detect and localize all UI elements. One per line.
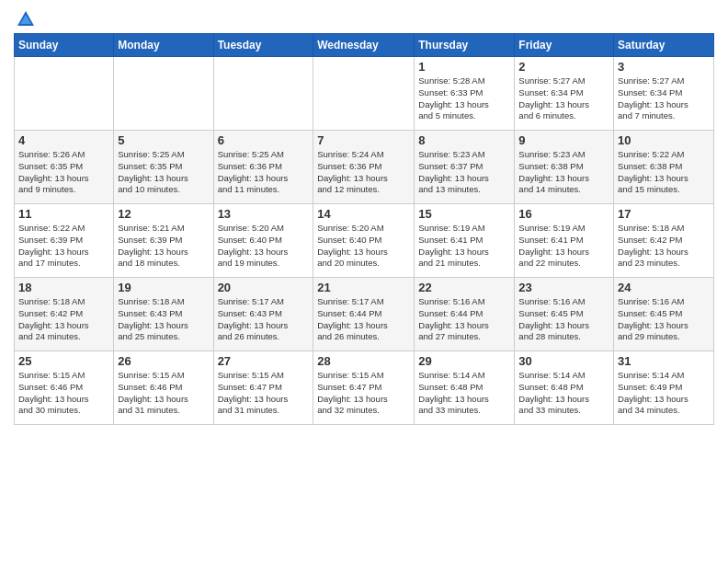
day-cell: 9Sunrise: 5:23 AM Sunset: 6:38 PM Daylig… — [515, 131, 614, 204]
day-number: 20 — [218, 281, 310, 294]
day-info: Sunrise: 5:22 AM Sunset: 6:39 PM Dayligh… — [18, 223, 109, 270]
day-info: Sunrise: 5:26 AM Sunset: 6:35 PM Dayligh… — [18, 149, 109, 196]
day-number: 14 — [317, 207, 410, 221]
day-cell: 16Sunrise: 5:19 AM Sunset: 6:41 PM Dayli… — [515, 204, 614, 278]
weekday-header-saturday: Saturday — [614, 34, 714, 57]
day-number: 28 — [317, 354, 410, 368]
day-cell: 19Sunrise: 5:18 AM Sunset: 6:43 PM Dayli… — [114, 278, 213, 351]
day-number: 21 — [317, 281, 410, 294]
day-info: Sunrise: 5:18 AM Sunset: 6:42 PM Dayligh… — [18, 296, 109, 343]
day-info: Sunrise: 5:22 AM Sunset: 6:38 PM Dayligh… — [618, 149, 710, 196]
day-cell: 10Sunrise: 5:22 AM Sunset: 6:38 PM Dayli… — [614, 131, 714, 204]
day-number: 29 — [418, 354, 510, 368]
day-cell: 27Sunrise: 5:15 AM Sunset: 6:47 PM Dayli… — [213, 351, 313, 425]
day-number: 11 — [18, 207, 109, 221]
weekday-header-friday: Friday — [515, 34, 614, 57]
day-number: 13 — [218, 207, 310, 221]
header — [14, 9, 714, 26]
day-info: Sunrise: 5:25 AM Sunset: 6:36 PM Dayligh… — [218, 149, 310, 196]
week-row-2: 4Sunrise: 5:26 AM Sunset: 6:35 PM Daylig… — [15, 131, 714, 204]
day-info: Sunrise: 5:14 AM Sunset: 6:48 PM Dayligh… — [518, 370, 609, 417]
day-cell: 25Sunrise: 5:15 AM Sunset: 6:46 PM Dayli… — [15, 351, 114, 425]
weekday-header-thursday: Thursday — [415, 34, 515, 57]
day-cell: 26Sunrise: 5:15 AM Sunset: 6:46 PM Dayli… — [114, 351, 213, 425]
day-number: 24 — [618, 281, 710, 294]
day-cell: 30Sunrise: 5:14 AM Sunset: 6:48 PM Dayli… — [515, 351, 614, 425]
day-info: Sunrise: 5:25 AM Sunset: 6:35 PM Dayligh… — [118, 149, 209, 196]
day-info: Sunrise: 5:19 AM Sunset: 6:41 PM Dayligh… — [518, 223, 609, 270]
day-info: Sunrise: 5:20 AM Sunset: 6:40 PM Dayligh… — [218, 223, 310, 270]
logo-icon — [16, 9, 36, 29]
day-number: 19 — [118, 281, 209, 294]
day-cell: 20Sunrise: 5:17 AM Sunset: 6:43 PM Dayli… — [213, 278, 313, 351]
week-row-4: 18Sunrise: 5:18 AM Sunset: 6:42 PM Dayli… — [15, 278, 714, 351]
day-cell: 18Sunrise: 5:18 AM Sunset: 6:42 PM Dayli… — [15, 278, 114, 351]
day-info: Sunrise: 5:19 AM Sunset: 6:41 PM Dayligh… — [418, 223, 510, 270]
day-number: 6 — [218, 133, 310, 147]
day-number: 1 — [418, 60, 510, 74]
day-cell: 12Sunrise: 5:21 AM Sunset: 6:39 PM Dayli… — [114, 204, 213, 278]
day-cell: 2Sunrise: 5:27 AM Sunset: 6:34 PM Daylig… — [515, 57, 614, 131]
day-cell: 31Sunrise: 5:14 AM Sunset: 6:49 PM Dayli… — [614, 351, 714, 425]
calendar-table: SundayMondayTuesdayWednesdayThursdayFrid… — [14, 33, 714, 425]
day-number: 12 — [118, 207, 209, 221]
day-cell: 15Sunrise: 5:19 AM Sunset: 6:41 PM Dayli… — [415, 204, 515, 278]
day-info: Sunrise: 5:23 AM Sunset: 6:37 PM Dayligh… — [418, 149, 510, 196]
weekday-header-tuesday: Tuesday — [213, 34, 313, 57]
day-number: 5 — [118, 133, 209, 147]
day-cell — [15, 57, 114, 131]
day-number: 16 — [518, 207, 609, 221]
day-cell: 13Sunrise: 5:20 AM Sunset: 6:40 PM Dayli… — [213, 204, 313, 278]
day-cell: 11Sunrise: 5:22 AM Sunset: 6:39 PM Dayli… — [15, 204, 114, 278]
day-number: 18 — [18, 281, 109, 294]
day-number: 3 — [618, 60, 710, 74]
day-cell: 23Sunrise: 5:16 AM Sunset: 6:45 PM Dayli… — [515, 278, 614, 351]
day-number: 26 — [118, 354, 209, 368]
week-row-1: 1Sunrise: 5:28 AM Sunset: 6:33 PM Daylig… — [15, 57, 714, 131]
day-cell: 7Sunrise: 5:24 AM Sunset: 6:36 PM Daylig… — [313, 131, 415, 204]
day-info: Sunrise: 5:14 AM Sunset: 6:48 PM Dayligh… — [418, 370, 510, 417]
weekday-header-row: SundayMondayTuesdayWednesdayThursdayFrid… — [15, 34, 714, 57]
day-info: Sunrise: 5:27 AM Sunset: 6:34 PM Dayligh… — [518, 75, 609, 122]
day-cell: 8Sunrise: 5:23 AM Sunset: 6:37 PM Daylig… — [415, 131, 515, 204]
day-cell: 22Sunrise: 5:16 AM Sunset: 6:44 PM Dayli… — [415, 278, 515, 351]
day-number: 7 — [317, 133, 410, 147]
day-info: Sunrise: 5:15 AM Sunset: 6:46 PM Dayligh… — [118, 370, 209, 417]
day-number: 27 — [218, 354, 310, 368]
day-number: 25 — [18, 354, 109, 368]
day-number: 30 — [518, 354, 609, 368]
weekday-header-sunday: Sunday — [15, 34, 114, 57]
week-row-5: 25Sunrise: 5:15 AM Sunset: 6:46 PM Dayli… — [15, 351, 714, 425]
day-number: 31 — [618, 354, 710, 368]
day-cell: 21Sunrise: 5:17 AM Sunset: 6:44 PM Dayli… — [313, 278, 415, 351]
day-number: 23 — [518, 281, 609, 294]
day-cell — [114, 57, 213, 131]
day-info: Sunrise: 5:24 AM Sunset: 6:36 PM Dayligh… — [317, 149, 410, 196]
day-info: Sunrise: 5:21 AM Sunset: 6:39 PM Dayligh… — [118, 223, 209, 270]
day-info: Sunrise: 5:27 AM Sunset: 6:34 PM Dayligh… — [618, 75, 710, 122]
day-info: Sunrise: 5:15 AM Sunset: 6:46 PM Dayligh… — [18, 370, 109, 417]
day-number: 8 — [418, 133, 510, 147]
day-info: Sunrise: 5:17 AM Sunset: 6:44 PM Dayligh… — [317, 296, 410, 343]
day-number: 4 — [18, 133, 109, 147]
weekday-header-monday: Monday — [114, 34, 213, 57]
day-info: Sunrise: 5:16 AM Sunset: 6:45 PM Dayligh… — [518, 296, 609, 343]
day-cell: 3Sunrise: 5:27 AM Sunset: 6:34 PM Daylig… — [614, 57, 714, 131]
day-cell: 6Sunrise: 5:25 AM Sunset: 6:36 PM Daylig… — [213, 131, 313, 204]
day-cell: 5Sunrise: 5:25 AM Sunset: 6:35 PM Daylig… — [114, 131, 213, 204]
weekday-header-wednesday: Wednesday — [313, 34, 415, 57]
day-info: Sunrise: 5:16 AM Sunset: 6:45 PM Dayligh… — [618, 296, 710, 343]
week-row-3: 11Sunrise: 5:22 AM Sunset: 6:39 PM Dayli… — [15, 204, 714, 278]
day-cell: 4Sunrise: 5:26 AM Sunset: 6:35 PM Daylig… — [15, 131, 114, 204]
logo — [14, 9, 36, 26]
day-number: 2 — [518, 60, 609, 74]
day-info: Sunrise: 5:15 AM Sunset: 6:47 PM Dayligh… — [218, 370, 310, 417]
day-cell: 24Sunrise: 5:16 AM Sunset: 6:45 PM Dayli… — [614, 278, 714, 351]
day-cell — [213, 57, 313, 131]
day-cell — [313, 57, 415, 131]
day-cell: 17Sunrise: 5:18 AM Sunset: 6:42 PM Dayli… — [614, 204, 714, 278]
day-number: 15 — [418, 207, 510, 221]
day-number: 17 — [618, 207, 710, 221]
day-info: Sunrise: 5:15 AM Sunset: 6:47 PM Dayligh… — [317, 370, 410, 417]
day-cell: 29Sunrise: 5:14 AM Sunset: 6:48 PM Dayli… — [415, 351, 515, 425]
